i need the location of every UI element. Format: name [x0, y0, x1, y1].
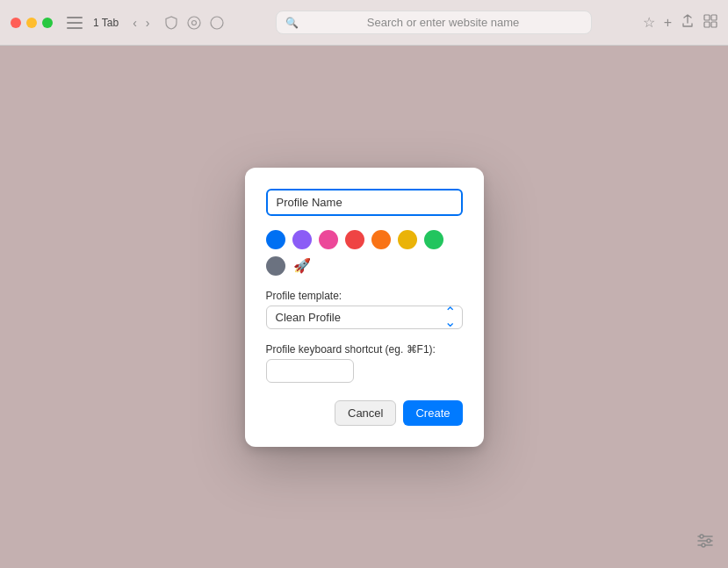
color-swatches: 🚀: [266, 230, 463, 276]
shortcut-label: Profile keyboard shortcut (eg. ⌘F1):: [266, 343, 463, 356]
address-bar-container: 🔍 Search or enter website name: [232, 11, 635, 34]
main-content: 🚀 Profile template: Clean Profile Defaul…: [0, 46, 728, 568]
color-swatch-gray[interactable]: [266, 256, 285, 276]
new-tab-icon[interactable]: +: [664, 15, 672, 31]
address-bar[interactable]: 🔍 Search or enter website name: [276, 11, 592, 34]
color-swatch-red[interactable]: [345, 230, 364, 249]
color-swatch-yellow[interactable]: [398, 230, 417, 249]
privacy-icon[interactable]: [209, 15, 225, 31]
shortcut-input[interactable]: [266, 359, 354, 383]
template-label: Profile template:: [266, 290, 463, 302]
svg-rect-4: [711, 15, 717, 20]
nav-buttons: ‹ ›: [129, 13, 153, 32]
keyboard-shortcut-section: Profile keyboard shortcut (eg. ⌘F1):: [266, 343, 463, 383]
profile-template-section: Profile template: Clean Profile Default …: [266, 290, 463, 329]
settings-icon[interactable]: [696, 532, 714, 554]
color-swatch-purple[interactable]: [292, 230, 312, 249]
traffic-lights: [11, 18, 53, 28]
cancel-button[interactable]: Cancel: [335, 400, 396, 426]
close-button[interactable]: [11, 18, 21, 28]
color-swatch-green[interactable]: [424, 230, 443, 249]
reader-icon[interactable]: [186, 15, 202, 31]
svg-point-11: [707, 539, 710, 543]
svg-rect-5: [704, 22, 710, 27]
create-profile-dialog: 🚀 Profile template: Clean Profile Defaul…: [245, 168, 484, 447]
minimize-button[interactable]: [26, 18, 37, 28]
toolbar-right: ☆ +: [643, 14, 717, 32]
profile-name-input[interactable]: [266, 189, 463, 216]
svg-point-2: [211, 17, 223, 29]
svg-rect-3: [704, 15, 710, 20]
color-swatch-orange[interactable]: [371, 230, 391, 249]
address-bar-text: Search or enter website name: [304, 16, 582, 29]
grid-icon[interactable]: [703, 14, 717, 32]
svg-point-12: [702, 543, 705, 547]
shield-icon[interactable]: [163, 15, 179, 31]
share-icon[interactable]: [681, 14, 695, 32]
browser-icons: [163, 15, 225, 31]
dialog-buttons: Cancel Create: [266, 400, 463, 426]
maximize-button[interactable]: [42, 18, 53, 28]
svg-point-0: [188, 17, 200, 29]
template-select[interactable]: Clean Profile Default Profile Private Pr…: [266, 306, 463, 329]
forward-button[interactable]: ›: [142, 13, 154, 32]
svg-rect-6: [711, 22, 717, 27]
color-swatch-pink[interactable]: [319, 230, 338, 249]
tab-count: 1 Tab: [93, 17, 119, 29]
bookmark-icon[interactable]: ☆: [643, 14, 655, 31]
svg-point-1: [192, 20, 197, 25]
template-select-wrapper: Clean Profile Default Profile Private Pr…: [266, 306, 463, 329]
back-button[interactable]: ‹: [129, 13, 141, 32]
browser-chrome: 1 Tab ‹ › 🔍 Search or enter website name…: [0, 0, 728, 46]
emoji-color-picker[interactable]: 🚀: [292, 256, 312, 276]
search-icon: 🔍: [285, 17, 299, 29]
sidebar-toggle-button[interactable]: [67, 17, 83, 29]
create-button[interactable]: Create: [403, 400, 462, 426]
color-swatch-blue[interactable]: [266, 230, 285, 249]
svg-point-10: [700, 535, 703, 538]
